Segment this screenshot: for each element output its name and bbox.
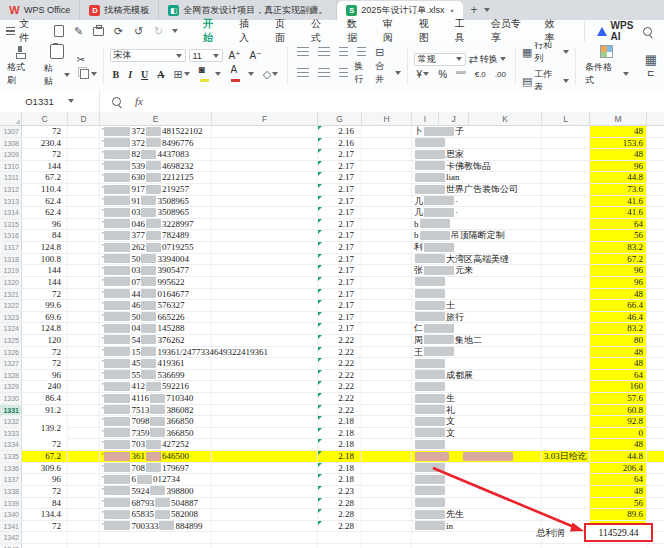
- cell-l[interactable]: 3.03日给讫: [542, 451, 590, 462]
- quick-access-chevron-icon[interactable]: [172, 29, 178, 33]
- cell-h[interactable]: [362, 207, 412, 218]
- cell-e[interactable]: '68793504887: [100, 498, 212, 509]
- row-header[interactable]: 1316: [0, 230, 22, 241]
- row-header[interactable]: 1334: [0, 439, 22, 450]
- cell-name[interactable]: [412, 474, 542, 485]
- merged-cell-c1332[interactable]: 139.2: [22, 416, 68, 439]
- cell-g[interactable]: 2.22: [318, 405, 362, 416]
- cell-f[interactable]: [212, 172, 318, 183]
- cell-g[interactable]: 2.17: [318, 312, 362, 323]
- cell-g[interactable]: 2.22: [318, 347, 362, 358]
- cell-l[interactable]: [542, 347, 590, 358]
- cell-e[interactable]: '0463228997: [100, 219, 212, 230]
- row-header[interactable]: 1315: [0, 219, 22, 230]
- row-header[interactable]: 1310: [0, 161, 22, 172]
- cell-m[interactable]: 56: [590, 230, 647, 241]
- cell-l[interactable]: [542, 161, 590, 172]
- cell-n[interactable]: [647, 184, 664, 195]
- cell-d[interactable]: [68, 254, 100, 265]
- cell-l[interactable]: [542, 126, 590, 137]
- row-header[interactable]: 1320: [0, 277, 22, 288]
- cell-e[interactable]: '2620719255: [100, 242, 212, 253]
- cell-f[interactable]: [212, 254, 318, 265]
- shrink-font-button[interactable]: A⁻: [246, 50, 264, 61]
- borders-button[interactable]: ⊞: [171, 69, 193, 79]
- cell-c[interactable]: 240: [22, 381, 68, 392]
- cell-n[interactable]: [647, 254, 664, 265]
- cell-e[interactable]: '04145288: [100, 323, 212, 334]
- cell-f[interactable]: [212, 184, 318, 195]
- row-header[interactable]: 1309: [0, 149, 22, 160]
- cell-g[interactable]: 2.17: [318, 289, 362, 300]
- cell-name[interactable]: [412, 486, 542, 497]
- cell-f[interactable]: [212, 230, 318, 241]
- row-header[interactable]: 1324: [0, 323, 22, 334]
- cell-h[interactable]: [362, 230, 412, 241]
- cell-n[interactable]: [647, 265, 664, 276]
- row-header[interactable]: 1336: [0, 463, 22, 474]
- row-header[interactable]: 1312: [0, 184, 22, 195]
- cell-g[interactable]: 2.16: [318, 138, 362, 149]
- cell-name[interactable]: [412, 138, 542, 149]
- cell-l[interactable]: [542, 300, 590, 311]
- tab-list-chevron-icon[interactable]: [484, 8, 490, 12]
- cell-e[interactable]: [100, 532, 212, 543]
- cell-n[interactable]: [647, 149, 664, 160]
- cell-e[interactable]: '1519361/2477334649322419361: [100, 347, 212, 358]
- cell-d[interactable]: [68, 184, 100, 195]
- cell-e[interactable]: '5924398800: [100, 486, 212, 497]
- cell-h[interactable]: [362, 138, 412, 149]
- cell-m[interactable]: 0: [590, 428, 647, 439]
- copy-button[interactable]: [77, 69, 97, 79]
- cell-g[interactable]: 2.17: [318, 265, 362, 276]
- cell-h[interactable]: [362, 161, 412, 172]
- cell-e[interactable]: '55536699: [100, 370, 212, 381]
- cell-e[interactable]: '703427252: [100, 439, 212, 450]
- number-format-select[interactable]: 常规: [414, 53, 466, 66]
- row-header[interactable]: 1323: [0, 312, 22, 323]
- cell-n[interactable]: [647, 300, 664, 311]
- cell-m[interactable]: 44.8: [590, 172, 647, 183]
- cell-e[interactable]: '65835582008: [100, 509, 212, 520]
- cell-e[interactable]: '917219257: [100, 184, 212, 195]
- row-header[interactable]: 1343: [0, 544, 22, 548]
- col-header-L[interactable]: L: [542, 112, 590, 125]
- cell-m[interactable]: 96: [590, 161, 647, 172]
- cell-h[interactable]: [362, 254, 412, 265]
- font-name-select[interactable]: 宋体: [110, 49, 186, 62]
- cell-h[interactable]: [362, 277, 412, 288]
- cell-name[interactable]: [412, 277, 542, 288]
- col-header-F[interactable]: F: [212, 112, 318, 125]
- cell-n[interactable]: [647, 335, 664, 346]
- cell-name[interactable]: 成都展: [412, 370, 542, 381]
- row-header[interactable]: 1339: [0, 498, 22, 509]
- cell-l[interactable]: [542, 358, 590, 369]
- cell-h[interactable]: [362, 347, 412, 358]
- cell-m[interactable]: 89.6: [590, 509, 647, 520]
- cell-name[interactable]: 旅行: [412, 312, 542, 323]
- cell-l[interactable]: [542, 393, 590, 404]
- cell-h[interactable]: [362, 463, 412, 474]
- cell-d[interactable]: [68, 126, 100, 137]
- cell-f[interactable]: [212, 312, 318, 323]
- cell-e[interactable]: '54376262: [100, 335, 212, 346]
- rows-columns-button[interactable]: ▦行和列: [522, 42, 569, 65]
- cell-f[interactable]: [212, 358, 318, 369]
- cell-n[interactable]: [647, 451, 664, 462]
- fx-label[interactable]: fx: [135, 95, 143, 107]
- cell-d[interactable]: [68, 358, 100, 369]
- cell-c[interactable]: 72: [22, 149, 68, 160]
- cell-e[interactable]: '700333884899: [100, 521, 212, 532]
- cell-c[interactable]: 62.4: [22, 196, 68, 207]
- cell-name[interactable]: 仁: [412, 323, 542, 334]
- cell-f[interactable]: [212, 532, 318, 543]
- cell-f[interactable]: [212, 265, 318, 276]
- cell-d[interactable]: [68, 277, 100, 288]
- cell-m[interactable]: 48: [590, 126, 647, 137]
- cell-name[interactable]: 几·: [412, 196, 542, 207]
- cell-n[interactable]: [647, 126, 664, 137]
- cell-name[interactable]: b吊顶隔断定制: [412, 230, 542, 241]
- cell-n[interactable]: [647, 358, 664, 369]
- cell-g[interactable]: 2.22: [318, 370, 362, 381]
- cell-e[interactable]: '033905477: [100, 265, 212, 276]
